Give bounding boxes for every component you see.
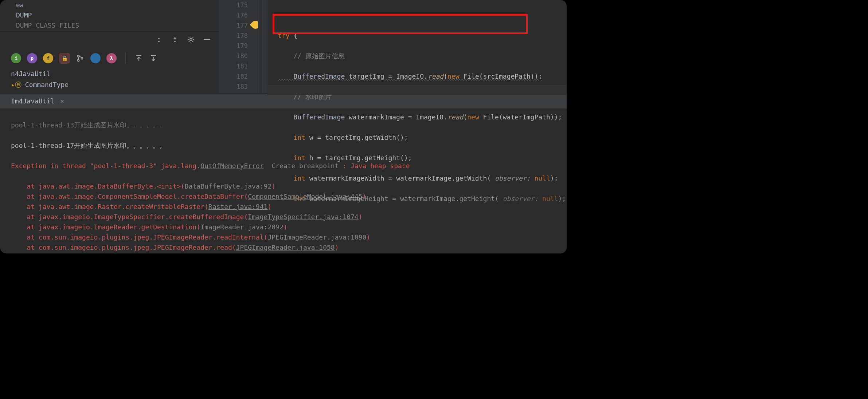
tree-item[interactable]: ea: [16, 0, 24, 10]
source-link[interactable]: JPEGImageReader.java:1058: [236, 244, 335, 251]
tree-item[interactable]: DUMP_CLASS_FILES: [16, 20, 79, 31]
line-number: 182: [219, 71, 248, 82]
collapse-all-icon[interactable]: [171, 35, 179, 44]
svg-point-0: [190, 39, 192, 41]
line-gutter: 175 176 177 178 179 180 181 182 183: [219, 0, 258, 93]
comment: // 原始图片信息: [293, 52, 345, 60]
line-number: 175: [219, 0, 248, 10]
svg-point-3: [78, 60, 79, 62]
stack-frame: at com.sun.imageio.plugins.jpeg.JPEGImag…: [11, 232, 567, 242]
tree-item[interactable]: DUMP: [16, 10, 32, 20]
line-number: 181: [219, 61, 248, 71]
gear-icon[interactable]: [187, 35, 195, 44]
structure-item[interactable]: n4JavaUtil: [11, 68, 50, 79]
left-panel: ea DUMP DUMP_CLASS_FILES i p f 🔒 λ: [0, 0, 219, 93]
current-line-highlight: [267, 85, 567, 95]
close-icon[interactable]: ×: [60, 97, 64, 105]
interface-filter-icon[interactable]: i: [11, 53, 21, 63]
field-filter-icon[interactable]: f: [43, 53, 53, 63]
fold-gutter: [258, 0, 267, 93]
separator: [125, 53, 126, 64]
upload-icon[interactable]: [134, 54, 143, 63]
toolbar-badges: i p f 🔒 λ: [0, 48, 219, 68]
source-link[interactable]: DataBufferByte.java:92: [185, 182, 271, 190]
svg-rect-1: [204, 39, 210, 40]
lambda-icon[interactable]: λ: [106, 53, 117, 63]
ide-window: ea DUMP DUMP_CLASS_FILES i p f 🔒 λ: [0, 0, 567, 253]
line-number: 178: [219, 31, 248, 41]
stack-frame: at com.sun.imageio.plugins.jpeg.JPEGImag…: [11, 242, 567, 253]
line-number: 177: [219, 20, 248, 31]
editor-area: ea DUMP DUMP_CLASS_FILES i p f 🔒 λ: [0, 0, 567, 93]
line-number: 179: [219, 41, 248, 51]
structure-tree[interactable]: n4JavaUtil ▸ⓔCommandType: [0, 68, 219, 90]
property-filter-icon[interactable]: p: [27, 53, 37, 63]
line-number: 183: [219, 82, 248, 92]
code-editor[interactable]: try { // 原始图片信息 BufferedImage targetImg …: [267, 0, 567, 93]
run-tab[interactable]: Im4JavaUtil ×: [11, 97, 64, 105]
line-number: 180: [219, 51, 248, 61]
tab-label: Im4JavaUtil: [11, 97, 54, 105]
source-link[interactable]: Raster.java:941: [208, 203, 268, 210]
error-link[interactable]: OutOfMemoryError: [200, 162, 263, 170]
branch-icon[interactable]: [76, 54, 85, 63]
stdout-line: pool-1-thread-13开始生成图片水印。。。。。。: [11, 120, 567, 130]
download-icon[interactable]: [149, 54, 158, 63]
lock-icon[interactable]: 🔒: [59, 53, 70, 64]
expand-all-icon[interactable]: [155, 35, 163, 44]
stack-frame: at javax.imageio.ImageIO.read(ImageIO.ja…: [11, 253, 567, 253]
source-link[interactable]: ImageReader.java:2892: [200, 223, 284, 231]
project-tree-top[interactable]: ea DUMP DUMP_CLASS_FILES: [0, 0, 219, 31]
structure-toolbar: [0, 31, 219, 48]
source-link[interactable]: JPEGImageReader.java:1090: [267, 233, 366, 241]
minimize-icon[interactable]: [203, 35, 211, 44]
line-number: 176: [219, 10, 248, 20]
circle-icon[interactable]: [90, 53, 101, 63]
structure-item[interactable]: CommandType: [25, 79, 69, 90]
svg-point-2: [78, 55, 79, 57]
highlight-box: [273, 14, 528, 34]
